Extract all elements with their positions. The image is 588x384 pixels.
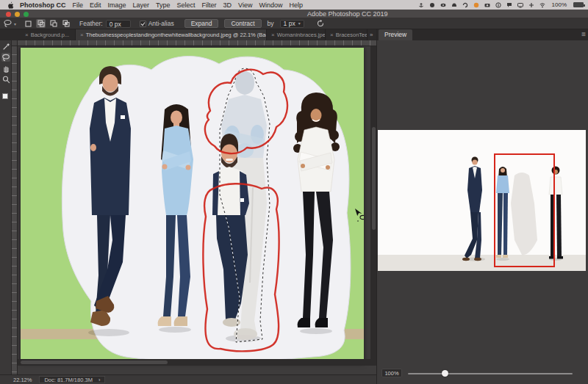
lasso-icon <box>1 54 10 62</box>
battery-icon <box>573 2 584 7</box>
tab-businesspeople-jpeg-active[interactable]: × Thebusinesspeoplestandingonthewhitewal… <box>76 29 267 40</box>
eye-icon[interactable] <box>440 2 446 8</box>
apple-menu-icon[interactable] <box>7 1 14 9</box>
lasso-preset-icon <box>3 19 12 28</box>
photoshop-screen: Photoshop CC File Edit Image Layer Type … <box>0 0 588 384</box>
anchor-icon[interactable] <box>418 2 424 8</box>
preview-panel-header: Preview ≡ <box>377 29 588 40</box>
battery-percentage: 100% <box>552 1 567 8</box>
amount-caret-icon: ▾ <box>298 20 301 27</box>
foreground-color-swatch[interactable] <box>2 93 8 99</box>
preview-zoom-field[interactable]: 100% <box>381 369 402 377</box>
camera-icon[interactable] <box>484 2 490 8</box>
menubar-status-icons: 100% <box>418 1 584 8</box>
document-canvas[interactable] <box>21 48 364 363</box>
amount-dropdown[interactable]: 1 px ▾ <box>280 20 304 28</box>
tool-preset-picker[interactable]: ▾ <box>3 19 16 28</box>
tab-womaninbraces-jpeg[interactable]: × Womaninbraces.jpeg <box>267 29 326 40</box>
display-icon[interactable] <box>517 2 523 8</box>
preview-tab[interactable]: Preview <box>379 29 412 40</box>
contract-button[interactable]: Contract <box>224 19 261 28</box>
window-titlebar: Adobe Photoshop CC 2019 <box>0 10 588 18</box>
tab-background-psd[interactable]: × Background.p... <box>21 29 76 40</box>
lasso-tool-button[interactable] <box>1 53 10 62</box>
macos-menubar: Photoshop CC File Edit Image Layer Type … <box>0 0 588 10</box>
reset-tool-icon[interactable] <box>316 19 325 28</box>
preview-image <box>378 130 586 271</box>
preview-panel: Preview ≡ <box>376 29 588 384</box>
menu-item-file[interactable]: File <box>73 1 84 9</box>
recording-dot-icon[interactable] <box>473 2 479 8</box>
tab-overflow-chevron-icon[interactable]: » <box>368 29 375 40</box>
selection-mode-group <box>24 19 71 28</box>
vertical-scrollbar[interactable] <box>370 46 376 365</box>
menu-item-layer[interactable]: Layer <box>133 1 150 9</box>
magnifier-icon <box>2 76 10 84</box>
preview-zoom-slider-track[interactable] <box>408 373 573 374</box>
anti-alias-label: Anti-alias <box>148 20 174 27</box>
wifi-icon[interactable] <box>539 2 545 8</box>
anti-alias-checkbox-group[interactable]: Anti-alias <box>140 20 174 27</box>
preview-panel-footer: 100% <box>377 366 588 380</box>
info-icon[interactable] <box>495 2 501 8</box>
vertical-ruler[interactable] <box>12 46 18 374</box>
check-icon <box>140 21 146 26</box>
menu-item-select[interactable]: Select <box>177 1 196 9</box>
hand-icon <box>2 65 10 73</box>
status-chevron-icon[interactable]: › <box>98 377 101 383</box>
mirror-icon[interactable] <box>451 2 457 8</box>
feather-label: Feather: <box>79 20 103 27</box>
plus-icon[interactable] <box>528 2 534 8</box>
minimize-window-button[interactable] <box>15 12 20 17</box>
canvas-area <box>12 40 376 374</box>
horizontal-scrollbar-thumb[interactable] <box>21 361 168 364</box>
tab-label: BracesonTeeth. <box>336 32 368 38</box>
window-title: Adobe Photoshop CC 2019 <box>307 10 388 18</box>
tab-bracesonteeth[interactable]: × BracesonTeeth. <box>326 29 368 40</box>
ruler-corner <box>12 40 18 46</box>
close-window-button[interactable] <box>6 12 11 17</box>
close-tab-icon[interactable]: × <box>271 32 275 38</box>
menu-item-window[interactable]: Window <box>259 1 282 9</box>
close-tab-icon[interactable]: × <box>80 32 84 38</box>
menu-item-photoshop[interactable]: Photoshop CC <box>20 1 66 9</box>
spiral-icon[interactable] <box>462 2 468 8</box>
preset-caret-icon: ▾ <box>14 21 16 26</box>
menu-item-image[interactable]: Image <box>108 1 126 9</box>
menu-item-edit[interactable]: Edit <box>90 1 101 9</box>
expand-button[interactable]: Expand <box>184 19 219 28</box>
dot-icon[interactable] <box>429 2 435 8</box>
horizontal-scrollbar[interactable] <box>18 359 376 366</box>
add-to-selection-mode-icon[interactable] <box>36 19 46 28</box>
chat-icon[interactable] <box>506 2 512 8</box>
feather-input[interactable]: 0 px <box>106 20 131 28</box>
close-tab-icon[interactable]: × <box>25 32 29 38</box>
menu-item-type[interactable]: Type <box>156 1 171 9</box>
zoom-tool-button[interactable] <box>1 75 10 84</box>
document-size-status[interactable]: Doc: 81.7M/180.3M › <box>39 376 105 383</box>
zoom-level-field[interactable]: 22.12% <box>13 377 32 383</box>
anti-alias-checkbox[interactable] <box>140 21 146 27</box>
menu-item-help[interactable]: Help <box>289 1 303 9</box>
menu-item-filter[interactable]: Filter <box>202 1 217 9</box>
new-selection-mode-icon[interactable] <box>24 19 33 28</box>
eyedropper-icon <box>2 43 10 51</box>
amount-value: 1 px <box>284 20 295 27</box>
hand-tool-button[interactable] <box>1 64 10 73</box>
by-label: by <box>268 20 274 27</box>
menu-item-view[interactable]: View <box>238 1 252 9</box>
tab-label: Womaninbraces.jpeg <box>277 32 326 38</box>
document-status-bar: 22.12% Doc: 81.7M/180.3M › <box>0 374 376 384</box>
vertical-scrollbar-thumb[interactable] <box>372 127 376 230</box>
horizontal-ruler[interactable] <box>18 40 376 46</box>
menu-item-3d[interactable]: 3D <box>223 1 232 9</box>
panel-menu-icon[interactable]: ≡ <box>581 30 586 38</box>
document-size-value: Doc: 81.7M/180.3M <box>44 377 92 383</box>
eyedropper-tool-button[interactable] <box>1 42 10 51</box>
close-tab-icon[interactable]: × <box>330 32 334 38</box>
options-bar: ▾ Feather: 0 px Anti-alias Expand Cont <box>0 18 588 29</box>
preview-zoom-slider-knob[interactable] <box>442 370 448 377</box>
intersect-selection-mode-icon[interactable] <box>61 19 71 28</box>
subtract-from-selection-mode-icon[interactable] <box>49 19 58 28</box>
maximize-window-button[interactable] <box>24 12 29 17</box>
